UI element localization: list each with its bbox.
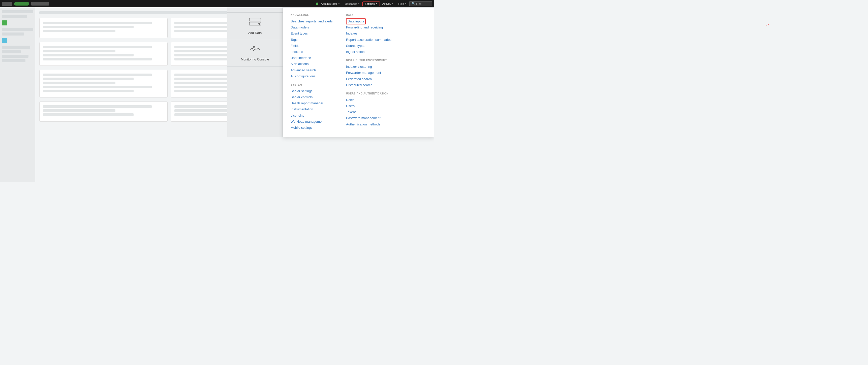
menu-federated-search[interactable]: Federated search (346, 76, 392, 82)
menu-ingest-actions[interactable]: Ingest actions (346, 49, 392, 55)
menu-fields[interactable]: Fields (290, 43, 336, 49)
menu-health-report-manager[interactable]: Health report manager (290, 100, 336, 106)
status-dot (316, 2, 318, 5)
card-7 (39, 70, 167, 98)
sidebar-blur-2 (2, 15, 27, 18)
menu-report-acceleration[interactable]: Report acceleration summaries (346, 37, 392, 43)
menu-event-types[interactable]: Event types (290, 31, 336, 36)
search-placeholder: Find (416, 2, 422, 5)
settings-column-data: DATA Data inputs Forwarding and receivin… (346, 13, 392, 131)
svg-line-5 (252, 47, 253, 51)
menu-authentication-methods[interactable]: Authentication methods (346, 122, 392, 128)
menu-indexes[interactable]: Indexes (346, 31, 392, 36)
card-4 (39, 42, 167, 66)
settings-column-knowledge: KNOWLEDGE Searches, reports, and alerts … (290, 13, 336, 131)
menu-data-models[interactable]: Data models (290, 25, 336, 31)
system-section-title: SYSTEM (290, 84, 336, 86)
svg-line-4 (250, 47, 252, 49)
monitoring-console-panel-item[interactable]: Monitoring Console (227, 40, 282, 66)
green-indicator (2, 21, 7, 26)
add-data-icon (249, 18, 261, 30)
menu-source-types[interactable]: Source types (346, 43, 392, 49)
menu-forwarder-management[interactable]: Forwarder management (346, 70, 392, 76)
nav-pill-green (14, 2, 29, 5)
navbar-left (2, 2, 316, 6)
search-icon: 🔍 (411, 2, 415, 5)
data-section-title: DATA (346, 13, 392, 16)
menu-password-management[interactable]: Password management (346, 115, 392, 121)
nav-messages[interactable]: Messages ▼ (342, 2, 362, 6)
sidebar-blur-6 (2, 50, 21, 53)
add-data-label: Add Data (248, 31, 261, 35)
menu-mobile-settings[interactable]: Mobile settings (290, 125, 336, 131)
users-section-title: USERS AND AUTHENTICATION (346, 92, 392, 95)
nav-search[interactable]: 🔍 Find (409, 1, 432, 6)
sidebar-blur-8 (2, 59, 26, 62)
menu-forwarding-receiving[interactable]: Forwarding and receiving (346, 25, 392, 31)
menu-data-inputs[interactable]: Data inputs (346, 19, 366, 25)
card-10 (39, 101, 167, 122)
top-navbar: KNOWLEDGE Administrator ▼ Messages ▼ Set… (0, 0, 434, 7)
sidebar-blur-4 (2, 33, 24, 35)
menu-roles[interactable]: Roles (346, 97, 392, 103)
sidebar-blur-3 (2, 28, 33, 31)
nav-activity[interactable]: Activity ▼ (380, 2, 396, 6)
monitoring-console-icon (249, 45, 260, 56)
svg-line-8 (256, 48, 258, 50)
svg-line-7 (255, 48, 256, 50)
nav-administrator[interactable]: KNOWLEDGE Administrator ▼ (319, 2, 342, 6)
svg-rect-0 (249, 18, 261, 21)
menu-advanced-search[interactable]: Advanced search (290, 67, 336, 73)
nav-help[interactable]: Help ▼ (396, 2, 409, 6)
svg-point-10 (253, 46, 255, 48)
settings-right-panel: KNOWLEDGE Searches, reports, and alerts … (283, 7, 434, 137)
settings-dropdown: Add Data Monitoring Console (227, 7, 434, 137)
teal-indicator (2, 38, 7, 43)
distributed-section-title: DISTRIBUTED ENVIRONMENT (346, 59, 392, 62)
nav-settings[interactable]: Settings ▼ (363, 1, 380, 6)
menu-lookups[interactable]: Lookups (290, 49, 336, 55)
menu-alert-actions[interactable]: Alert actions (290, 61, 336, 67)
monitoring-console-label: Monitoring Console (241, 58, 269, 61)
settings-left-panel: Add Data Monitoring Console (227, 7, 283, 137)
nav-pill-gray (31, 2, 49, 5)
menu-server-settings[interactable]: Server settings (290, 88, 336, 94)
sidebar-blur-1 (2, 10, 33, 13)
svg-line-9 (258, 48, 259, 49)
add-data-panel-item[interactable]: Add Data (227, 12, 282, 40)
sidebar-blur-5 (2, 45, 30, 48)
menu-searches-reports-alerts[interactable]: Searches, reports, and alerts (290, 19, 336, 25)
menu-tags[interactable]: Tags (290, 37, 336, 43)
menu-server-controls[interactable]: Server controls (290, 94, 336, 100)
menu-user-interface[interactable]: User interface (290, 55, 336, 61)
sidebar-background (0, 7, 35, 182)
menu-tokens[interactable]: Tokens (346, 109, 392, 115)
menu-all-configurations[interactable]: All configurations (290, 73, 336, 79)
menu-distributed-search[interactable]: Distributed search (346, 82, 392, 88)
menu-workload-management[interactable]: Workload management (290, 119, 336, 125)
svg-line-6 (253, 48, 255, 51)
knowledge-section-title: KNOWLEDGE (290, 13, 336, 16)
menu-licensing[interactable]: Licensing (290, 112, 336, 119)
sidebar-blur-7 (2, 55, 29, 58)
card-1 (39, 18, 167, 38)
menu-users[interactable]: Users (346, 103, 392, 109)
menu-indexer-clustering[interactable]: Indexer clustering (346, 64, 392, 70)
nav-logo (2, 2, 12, 6)
menu-instrumentation[interactable]: Instrumentation (290, 106, 336, 112)
navbar-right: KNOWLEDGE Administrator ▼ Messages ▼ Set… (316, 1, 432, 6)
